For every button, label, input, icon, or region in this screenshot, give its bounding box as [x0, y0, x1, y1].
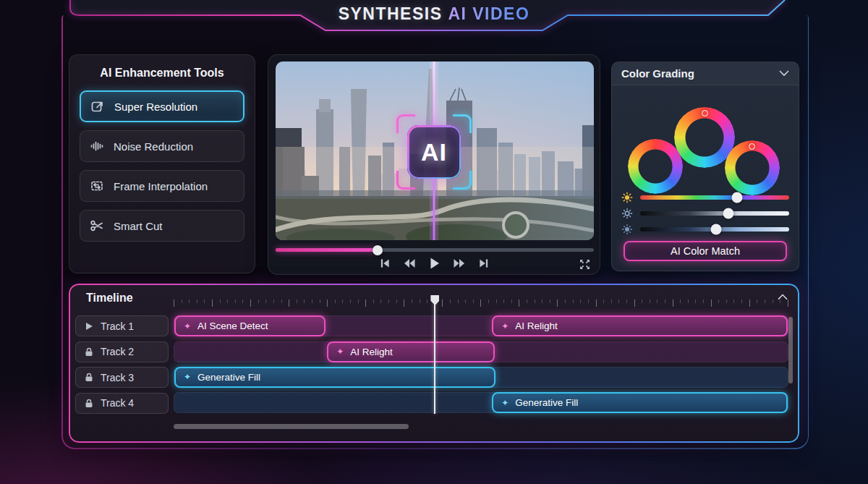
timeline-lanes: ✦ AI Scene Detect ✦ AI Relight ✦ AI Reli…: [174, 300, 788, 421]
tool-noise-reduction-button[interactable]: Noise Reduction: [80, 130, 244, 162]
frame-interpolation-icon: [90, 179, 104, 193]
play-icon: [429, 258, 440, 269]
ai-badge: AI: [407, 125, 461, 179]
hue-slider-track[interactable]: [640, 195, 789, 200]
clip-ai-relight-track1[interactable]: ✦ AI Relight: [492, 315, 788, 336]
track-lane-2[interactable]: ✦ AI Relight: [174, 341, 788, 362]
video-player-panel: AI: [268, 54, 600, 275]
track-label: Track 4: [101, 397, 134, 409]
app-title: SYNTHESIS AI VIDEO: [0, 4, 868, 24]
ai-color-match-button[interactable]: AI Color Match: [624, 241, 787, 261]
track-header-4[interactable]: Track 4: [75, 393, 169, 414]
clip-label: Generative Fill: [197, 372, 260, 383]
noise-reduction-icon: [90, 139, 104, 153]
lock-icon: [85, 347, 93, 357]
tool-super-resolution-button[interactable]: Super Resolution: [80, 90, 244, 122]
clip-label: AI Relight: [515, 320, 558, 331]
tool-label: Noise Reduction: [114, 140, 193, 153]
track-lane-4[interactable]: ✦ Generative Fill: [174, 392, 788, 413]
clip-generative-fill-track4[interactable]: ✦ Generative Fill: [492, 392, 788, 413]
timeline-title: Timeline: [86, 292, 133, 305]
ai-badge-label: AI: [421, 138, 447, 166]
tool-label: Frame Interpolation: [114, 180, 208, 192]
color-grading-panel: Color Grading: [611, 61, 799, 271]
contrast-slider-handle[interactable]: [711, 224, 722, 235]
tool-label: Smart Cut: [114, 220, 163, 232]
track-label: Track 3: [101, 372, 134, 383]
timeline-vscrollbar-thumb[interactable]: [788, 317, 793, 383]
sparkle-icon: ✦: [336, 347, 344, 357]
track-label: Track 1: [101, 320, 134, 332]
app-title-main: SYNTHESIS: [339, 4, 443, 23]
color-grading-title: Color Grading: [621, 67, 694, 80]
video-progress-fill: [276, 248, 378, 252]
tool-label: Super Resolution: [114, 101, 197, 113]
track-lane-1[interactable]: ✦ AI Scene Detect ✦ AI Relight: [174, 315, 788, 336]
track-headers: Track 1 Track 2 Track 3 Track 4: [75, 315, 169, 418]
tool-smart-cut-button[interactable]: Smart Cut: [80, 210, 244, 242]
hue-slider-row: [621, 192, 789, 203]
sparkle-icon: ✦: [184, 372, 191, 382]
rewind-button[interactable]: [404, 258, 415, 268]
timeline-hscrollbar-thumb[interactable]: [174, 424, 409, 429]
skip-start-icon: [380, 258, 390, 268]
fullscreen-icon: [579, 259, 590, 270]
skip-start-button[interactable]: [380, 258, 390, 268]
wheel-indicator-highlights[interactable]: [749, 143, 755, 150]
contrast-icon: [621, 224, 633, 235]
lock-icon: [85, 399, 93, 408]
track-header-2[interactable]: Track 2: [75, 341, 169, 362]
brightness-icon: [621, 208, 633, 219]
timeline-ruler[interactable]: [174, 300, 788, 308]
sparkle-icon: ✦: [501, 398, 509, 408]
ai-color-match-label: AI Color Match: [671, 245, 740, 257]
wheel-indicator-midtones[interactable]: [702, 110, 708, 116]
fast-forward-button[interactable]: [454, 258, 465, 268]
hue-sun-icon: [621, 192, 633, 203]
app-title-accent: AI VIDEO: [448, 4, 529, 23]
video-progress-handle[interactable]: [373, 245, 383, 255]
sparkle-icon: ✦: [501, 321, 509, 331]
smart-cut-icon: [90, 218, 104, 233]
playhead[interactable]: [434, 298, 435, 414]
play-icon: [85, 322, 93, 331]
lock-icon: [85, 373, 93, 382]
color-wheels: [612, 85, 799, 194]
brightness-slider-handle[interactable]: [723, 208, 733, 219]
tools-panel-title: AI Enhancement Tools: [80, 55, 244, 82]
track-header-3[interactable]: Track 3: [75, 367, 169, 388]
hue-slider-handle[interactable]: [731, 192, 742, 203]
clip-generative-fill-track3[interactable]: ✦ Generative Fill: [174, 367, 495, 388]
track-label: Track 2: [101, 346, 134, 357]
track-lane-3[interactable]: ✦ Generative Fill: [174, 367, 788, 388]
super-resolution-icon: [90, 99, 105, 114]
track-header-1[interactable]: Track 1: [75, 315, 169, 336]
clip-label: AI Scene Detect: [197, 320, 268, 331]
timeline-panel: Timeline Track 1 Track 2 Track 3 Track 4…: [69, 284, 799, 443]
fast-forward-icon: [454, 258, 465, 268]
video-preview: AI: [276, 61, 594, 240]
contrast-slider-track[interactable]: [640, 227, 789, 232]
clip-label: AI Relight: [350, 347, 393, 357]
sparkle-icon: ✦: [184, 321, 191, 331]
tools-panel: AI Enhancement Tools Super Resolution No…: [69, 54, 255, 273]
color-grading-header[interactable]: Color Grading: [612, 62, 799, 85]
contrast-slider-row: [621, 224, 789, 235]
rewind-icon: [404, 258, 415, 268]
clip-label: Generative Fill: [515, 397, 578, 408]
tool-frame-interpolation-button[interactable]: Frame Interpolation: [80, 170, 244, 202]
fullscreen-button[interactable]: [579, 259, 590, 273]
skip-end-icon: [479, 258, 489, 268]
brightness-slider-track[interactable]: [640, 211, 789, 216]
skip-end-button[interactable]: [479, 258, 489, 268]
timeline-hscrollbar: [174, 424, 788, 429]
play-button[interactable]: [429, 258, 440, 269]
chevron-down-icon[interactable]: [779, 70, 789, 77]
clip-ai-relight-track2[interactable]: ✦ AI Relight: [327, 341, 495, 362]
clip-ai-scene-detect[interactable]: ✦ AI Scene Detect: [174, 315, 326, 336]
playback-controls: [268, 258, 600, 269]
color-wheel-shadows[interactable]: [628, 139, 683, 194]
video-progress-bar[interactable]: [276, 248, 594, 252]
brightness-slider-row: [621, 208, 789, 219]
